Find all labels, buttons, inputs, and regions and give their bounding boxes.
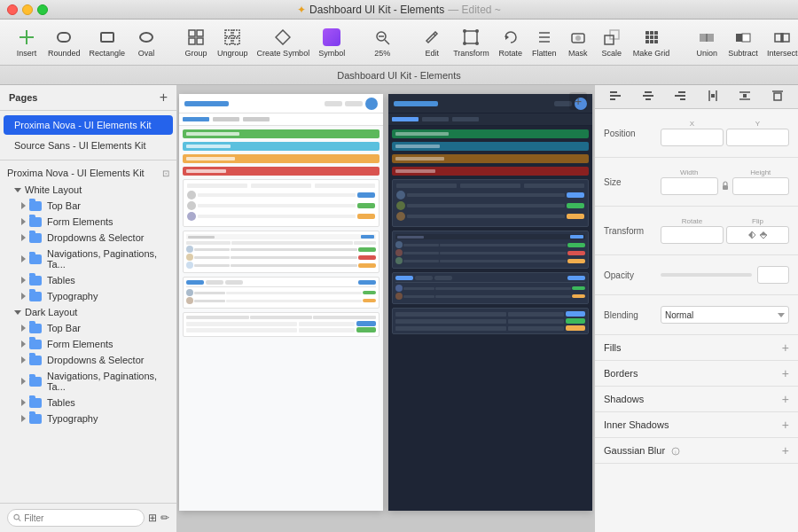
align-top-button[interactable] xyxy=(771,89,785,105)
ungroup-icon xyxy=(223,27,242,47)
top-bar-2-item[interactable]: Top Bar xyxy=(7,320,176,336)
flatten-button[interactable]: Flatten xyxy=(528,23,560,62)
rotate-input[interactable] xyxy=(661,226,724,244)
insert-button[interactable]: Insert xyxy=(11,23,43,62)
dropdowns-1-item[interactable]: Dropdowns & Selector xyxy=(7,230,176,246)
svg-rect-7 xyxy=(233,30,239,36)
svg-line-12 xyxy=(385,40,389,44)
svg-rect-58 xyxy=(711,94,715,98)
white-layout-header[interactable]: White Layout xyxy=(0,182,176,198)
borders-section[interactable]: Borders + xyxy=(595,361,798,387)
form-elements-2-toggle xyxy=(21,340,26,348)
rounded-button[interactable]: Rounded xyxy=(44,23,84,62)
shadows-add-icon[interactable]: + xyxy=(782,392,789,406)
gaussian-blur-info-icon: i xyxy=(671,447,680,456)
gaussian-blur-add-icon[interactable]: + xyxy=(782,443,789,458)
width-wrapper: Width xyxy=(661,168,718,195)
white-layout-group: White Layout Top Bar Form Elements xyxy=(0,182,176,304)
traffic-lights xyxy=(7,4,48,15)
y-input[interactable] xyxy=(726,129,789,146)
borders-add-icon[interactable]: + xyxy=(782,366,789,380)
svg-rect-51 xyxy=(643,95,653,97)
position-inputs: X Y xyxy=(661,120,789,146)
symbol-button[interactable]: Symbol xyxy=(315,23,348,62)
svg-point-17 xyxy=(475,29,479,33)
zoom-out-button[interactable]: 25% xyxy=(366,23,398,62)
transform-button[interactable]: Transform xyxy=(450,23,493,62)
svg-rect-64 xyxy=(723,185,728,190)
nav-2-item[interactable]: Navigations, Paginations, Ta... xyxy=(7,368,176,395)
size-inputs: Width Height xyxy=(661,168,789,195)
shadows-section[interactable]: Shadows + xyxy=(595,387,798,412)
mask-icon xyxy=(568,27,588,47)
maximize-button[interactable] xyxy=(37,4,48,15)
union-icon xyxy=(697,27,716,47)
canvas-add-button[interactable]: + xyxy=(569,92,587,110)
minimize-button[interactable] xyxy=(22,4,33,15)
flip-input[interactable] xyxy=(726,226,789,244)
x-input[interactable] xyxy=(661,129,724,146)
opacity-input[interactable] xyxy=(757,266,789,284)
ungroup-button[interactable]: Ungroup xyxy=(214,23,252,62)
svg-rect-9 xyxy=(233,38,239,44)
page-item-2[interactable]: Source Sans - UI Elements Kit xyxy=(4,136,173,155)
intersect-button[interactable]: Intersect xyxy=(763,23,798,62)
tables-1-item[interactable]: Tables xyxy=(7,272,176,288)
align-left-button[interactable] xyxy=(608,89,622,105)
opacity-slider[interactable] xyxy=(661,273,752,277)
fills-add-icon[interactable]: + xyxy=(782,340,789,355)
height-input[interactable] xyxy=(732,177,790,195)
group-button[interactable]: Group xyxy=(180,23,212,62)
svg-rect-6 xyxy=(225,30,231,36)
distribute-h-button[interactable] xyxy=(706,89,720,105)
layer-section: Proxima Nova - UI Elements Kit ⊡ White L… xyxy=(0,160,176,503)
distribute-v-button[interactable] xyxy=(738,89,752,105)
form-elements-2-item[interactable]: Form Elements xyxy=(7,336,176,352)
typography-2-item[interactable]: Typography xyxy=(7,411,176,426)
dark-layout-header[interactable]: Dark Layout xyxy=(0,304,176,320)
scale-button[interactable]: Scale xyxy=(596,23,628,62)
tables-1-toggle xyxy=(21,277,26,284)
inner-shadows-add-icon[interactable]: + xyxy=(782,418,789,432)
svg-rect-55 xyxy=(680,98,685,100)
rectangle-button[interactable]: Rectangle xyxy=(86,23,129,62)
subtitle-text: Dashboard UI Kit - Elements xyxy=(337,70,460,81)
create-symbol-button[interactable]: Create Symbol xyxy=(254,23,314,62)
mask-button[interactable]: Mask xyxy=(562,23,594,62)
edit-icon[interactable]: ✏ xyxy=(160,512,169,524)
selected-page-header[interactable]: Proxima Nova - UI Elements Kit ⊡ xyxy=(0,164,176,182)
typography-1-item[interactable]: Typography xyxy=(7,288,176,304)
union-button[interactable]: Union xyxy=(691,23,723,62)
align-center-button[interactable] xyxy=(641,89,655,105)
make-grid-button[interactable]: Make Grid xyxy=(630,23,674,62)
close-button[interactable] xyxy=(7,4,18,15)
svg-rect-63 xyxy=(774,93,781,100)
layers-icon[interactable]: ⊞ xyxy=(148,512,157,524)
filter-input[interactable] xyxy=(24,513,138,523)
subtract-button[interactable]: Subtract xyxy=(724,23,762,62)
fills-section[interactable]: Fills + xyxy=(595,335,798,361)
svg-rect-49 xyxy=(610,98,615,100)
rotate-button[interactable]: Rotate xyxy=(495,23,527,62)
top-bar-1-item[interactable]: Top Bar xyxy=(7,198,176,214)
page-item-1[interactable]: Proxima Nova - UI Elements Kit xyxy=(4,115,173,135)
dropdowns-2-item[interactable]: Dropdowns & Selector xyxy=(7,352,176,368)
gaussian-blur-section[interactable]: Gaussian Blur i + xyxy=(595,438,798,464)
search-box[interactable] xyxy=(7,509,145,527)
typography-2-toggle xyxy=(21,415,26,422)
inner-shadows-section[interactable]: Inner Shadows + xyxy=(595,412,798,438)
group-icon xyxy=(186,27,206,47)
tables-2-item[interactable]: Tables xyxy=(7,395,176,411)
width-input[interactable] xyxy=(661,177,718,195)
svg-rect-15 xyxy=(465,31,477,43)
size-row: Size Width Height xyxy=(604,168,789,195)
transform-section: Transform Rotate Flip xyxy=(595,207,798,255)
add-page-button[interactable]: + xyxy=(160,90,168,105)
oval-button[interactable]: Oval xyxy=(130,23,162,62)
oval-icon xyxy=(137,27,156,47)
align-right-button[interactable] xyxy=(673,89,687,105)
nav-1-item[interactable]: Navigations, Paginations, Ta... xyxy=(7,246,176,272)
form-elements-1-item[interactable]: Form Elements xyxy=(7,214,176,230)
edit-button[interactable]: Edit xyxy=(416,23,448,62)
blending-select[interactable]: Normal xyxy=(661,306,789,324)
